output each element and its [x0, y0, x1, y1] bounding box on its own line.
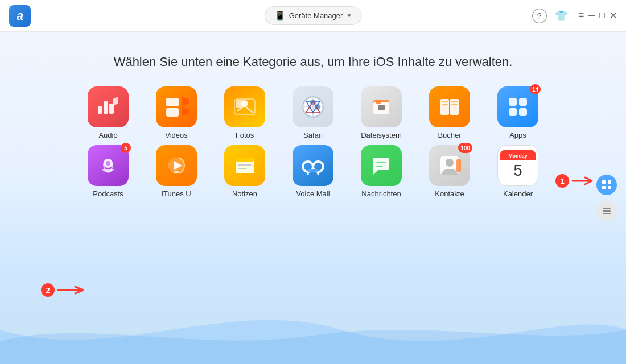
- app-label-videos: Videos: [165, 131, 188, 139]
- svg-rect-61: [602, 186, 606, 189]
- svg-rect-26: [442, 104, 448, 105]
- minimize-button[interactable]: ─: [588, 10, 595, 21]
- svg-rect-41: [238, 168, 247, 169]
- svg-rect-62: [608, 186, 611, 189]
- svg-point-34: [106, 161, 110, 166]
- svg-rect-5: [166, 108, 179, 117]
- device-btn-label: Geräte Manager: [289, 11, 343, 20]
- app-label-buecher: Bücher: [438, 131, 461, 139]
- app-icon-buecher: [429, 86, 470, 127]
- svg-rect-53: [456, 159, 461, 172]
- app-label-kontakte: Kontakte: [435, 189, 464, 198]
- grid-view-button[interactable]: [596, 175, 617, 195]
- app-icon-wrapper-safari: [293, 86, 333, 127]
- close-button[interactable]: ✕: [609, 10, 617, 21]
- arrow-1-icon: [571, 175, 594, 187]
- app-item-dateisystem[interactable]: Dateisystem: [353, 86, 410, 139]
- svg-rect-46: [308, 169, 318, 172]
- app-label-fotos: Fotos: [236, 131, 254, 139]
- svg-rect-31: [509, 108, 517, 116]
- svg-rect-20: [376, 100, 381, 104]
- menu-icon[interactable]: ≡: [579, 10, 584, 21]
- app-icon-fotos: [224, 86, 265, 127]
- device-manager-button[interactable]: 📱 Geräte Manager ▼: [265, 6, 362, 25]
- app-item-notizen[interactable]: Notizen: [216, 145, 273, 198]
- svg-point-52: [446, 159, 454, 167]
- app-icon-wrapper-audio: [88, 86, 129, 127]
- dropdown-arrow-icon: ▼: [346, 13, 352, 19]
- app-icon-audio: [88, 86, 129, 127]
- app-item-podcasts[interactable]: 5 Podcasts: [80, 145, 137, 198]
- app-item-fotos[interactable]: Fotos: [216, 86, 273, 139]
- app-icon-wrapper-apps: 14: [497, 86, 538, 127]
- svg-rect-37: [174, 171, 179, 173]
- app-label-safari: Safari: [303, 131, 323, 139]
- annotation-num-1: 1: [555, 174, 569, 188]
- icons-row-2: 5 Podcasts: [80, 145, 546, 198]
- app-icon-safari: [293, 86, 333, 127]
- svg-rect-63: [603, 208, 611, 209]
- app-item-nachrichten[interactable]: Nachrichten: [353, 145, 410, 198]
- list-view-button[interactable]: [596, 201, 617, 221]
- app-label-nachrichten: Nachrichten: [361, 189, 401, 198]
- maximize-button[interactable]: □: [599, 10, 605, 21]
- annotation-1: 1: [555, 174, 594, 188]
- app-icon-wrapper-fotos: [224, 86, 265, 127]
- titlebar-right: ? 👕 ≡ ─ □ ✕: [532, 9, 617, 23]
- svg-rect-65: [603, 213, 611, 214]
- app-icon-wrapper-kalender: Monday 5: [497, 145, 538, 186]
- app-icon-dateisystem: [361, 86, 402, 127]
- titlebar-left: a: [9, 5, 31, 27]
- apps-badge: 14: [530, 84, 541, 94]
- svg-rect-25: [442, 101, 448, 102]
- app-item-buecher[interactable]: Bücher: [421, 86, 478, 139]
- arrow-2-icon: [57, 284, 85, 296]
- app-label-apps: Apps: [509, 131, 526, 139]
- app-icon-wrapper-notizen: [224, 145, 265, 186]
- app-label-podcasts: Podcasts: [93, 189, 123, 198]
- app-item-kalender[interactable]: Monday 5 Kalender: [489, 145, 546, 198]
- annotation-num-2: 2: [41, 283, 55, 297]
- app-icon-nachrichten: [361, 145, 402, 186]
- annotation-2: 2: [41, 283, 85, 297]
- app-icon-wrapper-buecher: [429, 86, 470, 127]
- app-label-itunesu: iTunes U: [162, 189, 191, 198]
- svg-rect-60: [608, 180, 611, 184]
- app-icon-wrapper-podcasts: 5: [88, 145, 129, 186]
- svg-rect-50: [376, 166, 383, 167]
- svg-rect-1: [104, 101, 108, 114]
- titlebar: a 📱 Geräte Manager ▼ ? 👕 ≡ ─ □ ✕: [0, 0, 626, 32]
- app-item-audio[interactable]: Audio: [80, 86, 137, 139]
- app-item-videos[interactable]: Videos: [148, 86, 205, 139]
- app-logo: a: [9, 5, 31, 27]
- app-item-voicemail[interactable]: Voice Mail: [285, 145, 341, 198]
- app-item-itunesu[interactable]: iTunes U: [148, 145, 205, 198]
- svg-rect-0: [98, 106, 102, 114]
- svg-rect-59: [602, 180, 606, 184]
- svg-rect-27: [451, 101, 458, 102]
- shirt-button[interactable]: 👕: [555, 10, 567, 22]
- svg-rect-3: [166, 98, 179, 106]
- device-icon: 📱: [274, 10, 286, 21]
- app-icon-wrapper-kontakte: 100: [429, 145, 470, 186]
- app-icon-notizen: [224, 145, 265, 186]
- app-icon-wrapper-voicemail: [293, 145, 333, 186]
- podcasts-badge: 5: [121, 143, 131, 153]
- svg-rect-29: [509, 98, 517, 106]
- wave-decoration: [0, 296, 626, 364]
- app-icon-itunesu: [156, 145, 197, 186]
- main-heading: Wählen Sie unten eine Kategorie aus, um …: [114, 55, 513, 69]
- app-icon-videos: [156, 86, 197, 127]
- app-label-audio: Audio: [98, 131, 117, 139]
- app-icon-wrapper-nachrichten: [361, 145, 402, 186]
- app-item-apps[interactable]: 14 Apps: [489, 86, 546, 139]
- svg-rect-40: [238, 164, 252, 166]
- app-item-safari[interactable]: Safari: [285, 86, 341, 139]
- svg-text:5: 5: [513, 162, 522, 179]
- svg-rect-30: [519, 98, 527, 106]
- help-button[interactable]: ?: [532, 9, 547, 23]
- window-controls: ≡ ─ □ ✕: [579, 10, 617, 21]
- app-label-notizen: Notizen: [232, 189, 257, 198]
- app-item-kontakte[interactable]: 100 Kontakte: [421, 145, 478, 198]
- svg-rect-64: [603, 210, 611, 212]
